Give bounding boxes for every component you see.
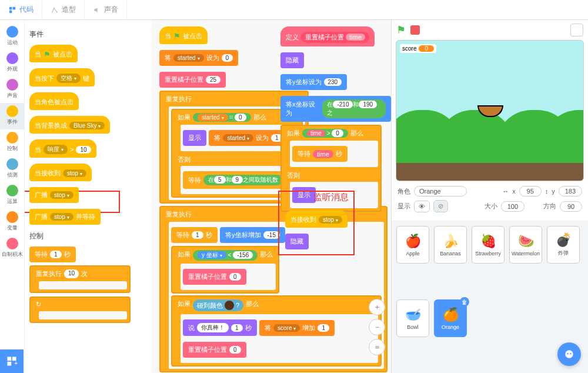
category-sound[interactable]: 声音: [0, 76, 24, 103]
block-broadcast-and-wait[interactable]: 广播stop并等待: [29, 209, 101, 225]
category-looks[interactable]: 外观: [0, 50, 24, 76]
add-extension-button[interactable]: +: [0, 349, 24, 373]
block-when-backdrop-switches[interactable]: 当背景换成Blue Sky: [29, 116, 110, 134]
zoom-in-button[interactable]: ＋: [369, 299, 385, 315]
block-when-sprite-clicked[interactable]: 当角色被点击: [29, 92, 79, 110]
repeat-times-input[interactable]: 10: [64, 269, 79, 278]
motion-dot-icon: [6, 26, 18, 38]
script-change-score[interactable]: 将score增加1: [259, 320, 335, 336]
wait-secs-input[interactable]: 1: [50, 251, 62, 258]
category-variables[interactable]: 变量: [0, 209, 24, 235]
block-when-key-pressed[interactable]: 当按下空格键: [29, 68, 95, 86]
category-control[interactable]: 控制: [0, 129, 24, 156]
green-flag-button[interactable]: ⚑: [396, 24, 406, 36]
threshold-input[interactable]: 10: [76, 146, 91, 154]
block-repeat[interactable]: 重复执行10次: [29, 265, 131, 293]
var-dropdown[interactable]: started: [173, 54, 204, 62]
script-if-touch-color[interactable]: 如果 碰到颜色? 那么 说你真棒！1秒 将score增加1 重置橘子位置0: [171, 295, 382, 367]
svg-point-4: [567, 353, 568, 354]
sprite-size-field[interactable]: 100: [501, 201, 524, 212]
broadcast-wait-msg-dropdown[interactable]: stop: [50, 213, 74, 221]
stage-ground: [396, 163, 583, 181]
script-set-y[interactable]: 将y坐标设为230: [280, 74, 347, 90]
category-motion[interactable]: 运动: [0, 24, 24, 50]
script-if-y[interactable]: 如果 y 坐标 < -156 那么 重置橘子位置0: [171, 246, 279, 294]
sprite-direction-field[interactable]: 90: [560, 201, 582, 212]
stop-button[interactable]: [410, 25, 420, 35]
script-when-flag-clicked[interactable]: 当 ⚑ 被点击: [159, 26, 208, 44]
svg-point-5: [570, 353, 571, 354]
script-set-started-0[interactable]: 将started设为0: [159, 50, 238, 66]
arg-input[interactable]: 25: [206, 76, 220, 84]
operator-lt[interactable]: y 坐标 < -156: [193, 250, 258, 261]
svg-point-3: [565, 350, 573, 358]
sprite-name: 炸弹: [558, 249, 569, 257]
sprite-thumb-apple[interactable]: 🍎Apple: [396, 226, 429, 264]
delete-sprite-button[interactable]: 🗑: [460, 297, 469, 307]
sprite-thumb-bananas[interactable]: 🍌Bananas: [434, 226, 467, 264]
looks-dot-icon: [6, 52, 18, 64]
block-when-flag-clicked[interactable]: 当 ⚑ 被点击: [29, 45, 78, 62]
sprite-thumb-orange[interactable]: 🍊Orange🗑: [434, 299, 467, 337]
script-set-started-1[interactable]: 将started设为1: [209, 130, 288, 146]
add-sprite-button[interactable]: [557, 342, 581, 366]
block-broadcast[interactable]: 广播stop: [29, 187, 79, 203]
block-when-greater-than[interactable]: 当响度>10: [29, 139, 96, 158]
script-define-hat[interactable]: 定义 重置橘子位置 time: [280, 26, 375, 46]
sprite-name-field[interactable]: Orange: [414, 186, 467, 197]
sprite-thumb-strawberry[interactable]: 🍓Strawberry: [472, 226, 505, 264]
listener-hide[interactable]: 隐藏: [285, 234, 309, 249]
stage[interactable]: score 0: [396, 40, 584, 181]
listener-when-receive[interactable]: 当接收到stop: [285, 210, 348, 228]
script-wait-time[interactable]: 等待time秒: [292, 146, 348, 162]
script-wait-random[interactable]: 等待 在5和9之间取随机数 秒: [183, 171, 297, 189]
zoom-out-button[interactable]: －: [369, 319, 385, 335]
script-show-define[interactable]: 显示: [292, 187, 316, 203]
tab-code[interactable]: 代码: [0, 0, 42, 19]
script-hide-define[interactable]: 隐藏: [280, 52, 304, 68]
script-forever-2[interactable]: 重复执行 等待1秒 将y坐标增加-15 如果 y 坐标 < -156 那么 重置…: [159, 206, 387, 372]
visibility-show-button[interactable]: 👁: [414, 201, 430, 212]
stage-size-button[interactable]: [570, 24, 583, 36]
value-input[interactable]: 0: [222, 54, 233, 62]
script-set-x-random[interactable]: 将x坐标设为在-210和190之: [280, 96, 391, 122]
broadcast-msg-dropdown[interactable]: stop: [50, 191, 74, 199]
category-operators[interactable]: 运算: [0, 182, 24, 209]
sprite-thumb-bowl[interactable]: 🥣Bowl: [396, 299, 429, 337]
block-wait[interactable]: 等待1秒: [29, 247, 76, 262]
sound-dot-icon: [6, 79, 18, 91]
operator-random[interactable]: 在5和9之间取随机数: [203, 175, 283, 185]
script-if-time[interactable]: 如果time > 0那么 等待time秒 否则 显示: [280, 125, 382, 212]
sensing-touching-color[interactable]: 碰到颜色?: [193, 299, 243, 311]
visibility-hide-button[interactable]: ⊘: [433, 200, 448, 212]
tab-costumes[interactable]: 造型: [42, 0, 85, 19]
key-dropdown[interactable]: 空格: [56, 74, 81, 83]
sensor-dropdown[interactable]: 响度: [44, 145, 68, 154]
listener-msg-dropdown[interactable]: stop: [319, 216, 342, 224]
zoom-reset-button[interactable]: ＝: [369, 339, 385, 355]
block-when-i-receive[interactable]: 当接收到stop: [29, 164, 92, 181]
palette-section-events: 事件: [29, 29, 146, 39]
script-reset-orange-0a[interactable]: 重置橘子位置0: [183, 269, 246, 285]
backdrop-dropdown[interactable]: Blue Sky: [69, 122, 105, 129]
script-reset-orange-0b[interactable]: 重置橘子位置0: [183, 342, 246, 358]
script-workspace[interactable]: 当 ⚑ 被点击 将started设为0 重置橘子位置25 重复执行 如果 sta…: [151, 20, 391, 373]
sprite-thumb-炸弹[interactable]: 💣炸弹: [547, 226, 580, 264]
tab-sounds[interactable]: 声音: [85, 0, 127, 19]
category-sensing[interactable]: 侦测: [0, 156, 24, 182]
script-show[interactable]: 显示: [183, 130, 206, 146]
script-wait-1[interactable]: 等待1秒: [171, 227, 218, 243]
category-events[interactable]: 事件: [0, 103, 24, 129]
color-swatch[interactable]: [225, 301, 234, 310]
operator-equals[interactable]: started = 0: [193, 113, 251, 122]
block-forever-palette[interactable]: ↻: [29, 297, 131, 323]
sprite-y-field[interactable]: 183: [559, 186, 582, 197]
sprite-thumb-watermelon[interactable]: 🍉Watermelon: [509, 226, 542, 264]
script-reset-orange-25[interactable]: 重置橘子位置25: [159, 72, 226, 88]
script-change-y[interactable]: 将y坐标增加-15: [220, 227, 285, 243]
stage-variable-score[interactable]: score 0: [400, 44, 436, 53]
category-myblocks[interactable]: 自制积木: [0, 235, 24, 262]
sprite-x-field[interactable]: 95: [519, 186, 542, 197]
message-dropdown[interactable]: stop: [63, 169, 86, 177]
script-say[interactable]: 说你真棒！1秒: [183, 319, 257, 336]
